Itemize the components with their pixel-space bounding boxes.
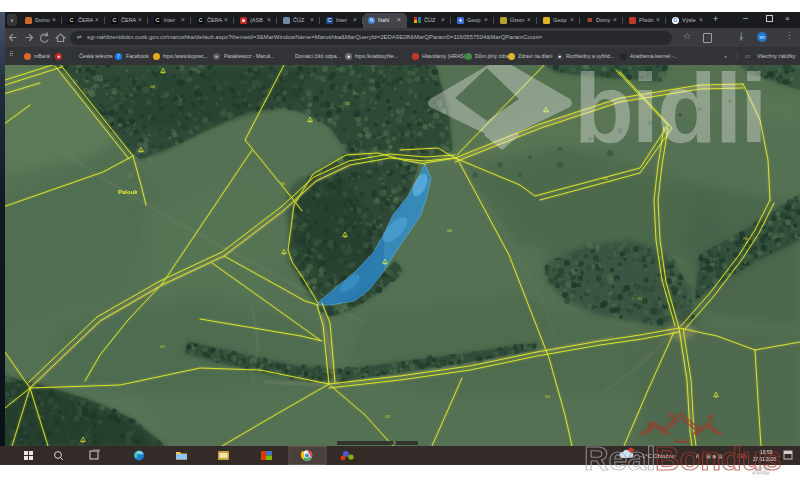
svg-text:846: 846 [447, 229, 453, 233]
svg-text:721: 721 [637, 297, 643, 301]
svg-text:Real: Real [584, 441, 656, 477]
svg-text:641: 641 [160, 345, 166, 349]
svg-text:720: 720 [345, 102, 351, 106]
svg-text:bidli: bidli [574, 65, 765, 163]
svg-text:705: 705 [743, 237, 749, 241]
svg-text:.cz: .cz [752, 462, 770, 477]
svg-text:633: 633 [545, 395, 551, 399]
svg-text:746: 746 [280, 182, 286, 186]
svg-text:648: 648 [150, 85, 156, 89]
svg-text:802: 802 [603, 177, 609, 181]
svg-text:Palouk: Palouk [118, 189, 138, 195]
svg-text:650: 650 [385, 415, 391, 419]
